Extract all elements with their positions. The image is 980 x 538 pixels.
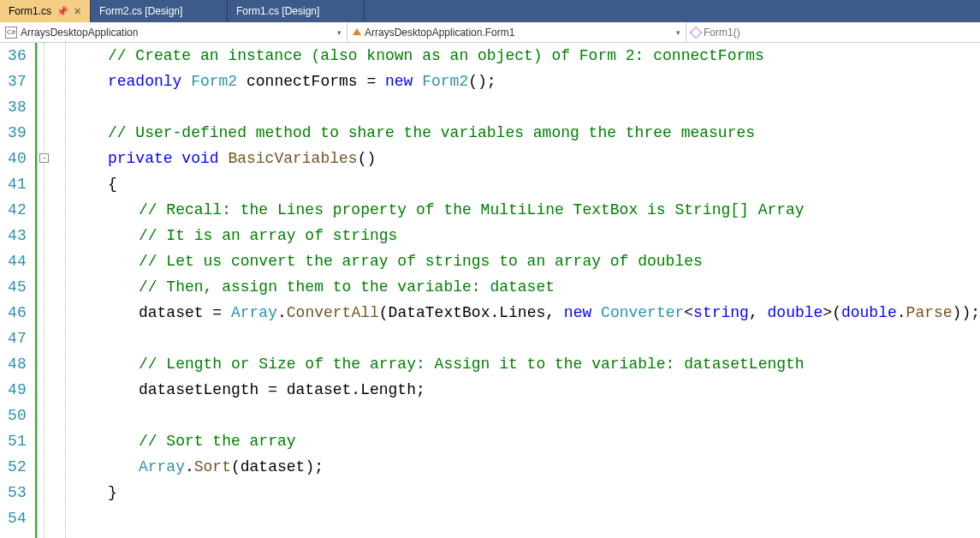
code-token: , xyxy=(749,304,768,321)
code-token: Form2 xyxy=(191,73,237,90)
csharp-icon: C# xyxy=(5,27,17,39)
tab-form1-cs[interactable]: Form1.cs 📌 ✕ xyxy=(0,0,91,22)
code-token: // Then, assign them to the variable: da… xyxy=(139,278,555,296)
line-number: 37 xyxy=(0,69,27,94)
code-line[interactable]: // Sort the array xyxy=(46,428,980,454)
code-token: // Recall: the Lines property of the Mul… xyxy=(139,201,805,218)
line-number: 47 xyxy=(0,326,27,351)
line-number: 46 xyxy=(0,300,27,326)
tab-form1-design[interactable]: Form1.cs [Design] xyxy=(228,0,365,22)
tab-label: Form2.cs [Design] xyxy=(99,5,182,17)
navigation-bar: C# ArraysDesktopApplication ▾ ArraysDesk… xyxy=(0,22,980,43)
code-line[interactable]: // User-defined method to share the vari… xyxy=(46,120,980,146)
code-line[interactable]: } xyxy=(46,480,980,505)
method-icon xyxy=(690,26,702,38)
line-number: 36 xyxy=(0,43,27,69)
code-token: private xyxy=(108,150,173,167)
class-dropdown[interactable]: ArraysDesktopApplication.Form1 ▾ xyxy=(347,22,686,42)
code-token: // Let us convert the array of strings t… xyxy=(139,253,703,270)
code-token: string xyxy=(693,304,749,321)
code-line[interactable]: // Length or Size of the array: Assign i… xyxy=(46,351,980,377)
code-token: // Sort the array xyxy=(139,433,296,450)
code-line[interactable] xyxy=(46,403,980,428)
code-editor[interactable]: 36373839404142434445464748495051525354 -… xyxy=(0,43,980,538)
code-line[interactable]: // It is an array of strings xyxy=(46,223,980,248)
namespace-label: ArraysDesktopApplication xyxy=(21,27,138,39)
line-number: 41 xyxy=(0,171,27,197)
line-number: 54 xyxy=(0,505,27,531)
code-token: // User-defined method to share the vari… xyxy=(108,124,755,141)
line-number: 51 xyxy=(0,428,27,454)
code-token: ConvertAll xyxy=(287,304,379,321)
code-token: datasetLength = dataset.Length; xyxy=(139,381,425,398)
fold-column: - xyxy=(38,43,44,538)
code-token: new xyxy=(385,73,413,90)
code-token: dataset = xyxy=(139,304,231,321)
code-token: (dataset); xyxy=(231,458,324,475)
line-number: 45 xyxy=(0,274,27,300)
code-token xyxy=(219,150,229,167)
code-line[interactable] xyxy=(46,326,980,351)
tab-bar: Form1.cs 📌 ✕ Form2.cs [Design] Form1.cs … xyxy=(0,0,980,22)
chevron-down-icon: ▾ xyxy=(676,28,680,37)
code-token: Form2 xyxy=(422,73,468,90)
line-number: 38 xyxy=(0,94,27,120)
code-token: Array xyxy=(139,458,185,475)
code-line[interactable]: readonly Form2 connectForms = new Form2(… xyxy=(46,69,980,94)
tab-label: Form1.cs xyxy=(9,5,51,17)
line-number: 53 xyxy=(0,480,27,505)
code-token: } xyxy=(108,484,117,501)
code-line[interactable]: // Then, assign them to the variable: da… xyxy=(46,274,980,300)
code-token: // Length or Size of the array: Assign i… xyxy=(139,356,805,373)
line-number: 49 xyxy=(0,377,27,403)
class-label: ArraysDesktopApplication.Form1 xyxy=(365,27,514,39)
code-line[interactable]: private void BasicVariables() xyxy=(46,146,980,171)
code-token: Converter xyxy=(601,304,684,321)
line-number: 42 xyxy=(0,197,27,223)
code-token: connectForms = xyxy=(237,73,385,90)
member-label: Form1() xyxy=(704,27,740,39)
code-area[interactable]: // Create an instance (also known as an … xyxy=(45,43,980,538)
code-token: // It is an array of strings xyxy=(139,227,397,244)
member-dropdown[interactable]: Form1() xyxy=(686,22,980,42)
code-token: double xyxy=(768,304,823,321)
code-line[interactable]: Array.Sort(dataset); xyxy=(46,454,980,480)
code-token: Parse xyxy=(906,304,953,321)
code-token: (DataTextBox.Lines, xyxy=(379,304,564,321)
tab-label: Form1.cs [Design] xyxy=(236,5,319,17)
code-token: readonly xyxy=(108,73,181,90)
code-token: () xyxy=(358,150,377,167)
code-token: { xyxy=(108,176,117,193)
line-number: 50 xyxy=(0,403,27,428)
code-token: . xyxy=(897,304,906,321)
class-icon xyxy=(353,28,361,35)
line-number: 40 xyxy=(0,146,27,171)
code-line[interactable]: // Create an instance (also known as an … xyxy=(46,43,980,69)
code-line[interactable]: // Recall: the Lines property of the Mul… xyxy=(46,197,980,223)
code-token: >( xyxy=(823,304,841,321)
tab-form2-design[interactable]: Form2.cs [Design] xyxy=(91,0,228,22)
code-token: new xyxy=(564,304,591,321)
code-token: . xyxy=(185,458,194,475)
line-number: 43 xyxy=(0,223,27,248)
code-token xyxy=(173,150,182,167)
code-token: Sort xyxy=(194,458,231,475)
close-icon[interactable]: ✕ xyxy=(74,6,81,17)
code-token xyxy=(591,304,601,321)
code-line[interactable]: dataset = Array.ConvertAll(DataTextBox.L… xyxy=(46,300,980,326)
namespace-dropdown[interactable]: C# ArraysDesktopApplication ▾ xyxy=(0,22,347,42)
line-number: 48 xyxy=(0,351,27,377)
chevron-down-icon: ▾ xyxy=(337,28,342,37)
code-line[interactable]: { xyxy=(46,171,980,197)
code-token: // Create an instance (also known as an … xyxy=(108,47,764,64)
pin-icon[interactable]: 📌 xyxy=(56,6,68,17)
code-line[interactable]: // Let us convert the array of strings t… xyxy=(46,248,980,274)
code-line[interactable]: datasetLength = dataset.Length; xyxy=(46,377,980,403)
line-number: 52 xyxy=(0,454,27,480)
code-token: Array xyxy=(231,304,277,321)
code-token: void xyxy=(181,150,218,167)
code-token: (); xyxy=(468,73,496,90)
code-line[interactable] xyxy=(46,94,980,120)
code-line[interactable] xyxy=(46,505,980,531)
code-token xyxy=(413,73,422,90)
